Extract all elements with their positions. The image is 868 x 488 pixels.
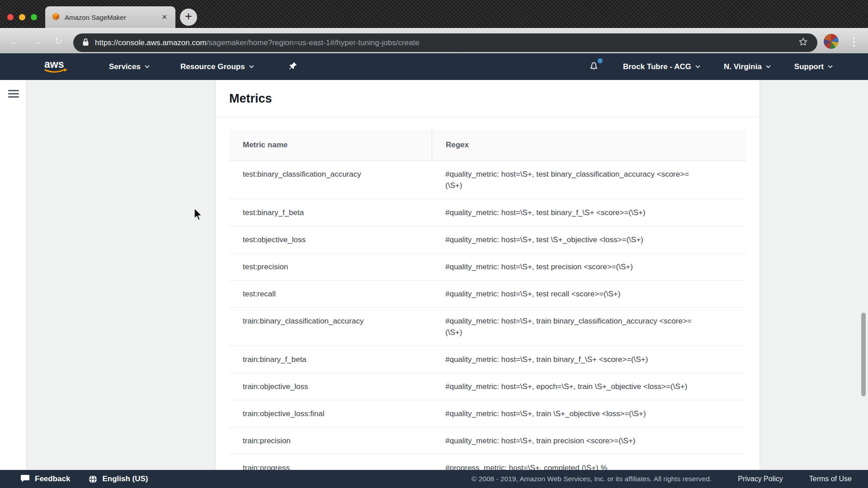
regex-cell: #quality_metric: host=\S+, test recall <…: [432, 281, 746, 307]
account-menu[interactable]: Brock Tubre - ACG: [623, 62, 700, 71]
chevron-down-icon: [249, 65, 254, 68]
metric-name-cell: test:binary_classification_accuracy: [229, 161, 432, 199]
column-header-regex: Regex: [432, 129, 746, 160]
account-label: Brock Tubre - ACG: [623, 62, 691, 71]
regex-cell: #quality_metric: host=\S+, train binary_…: [432, 346, 746, 373]
collapsed-sidebar: [0, 80, 27, 470]
pin-icon[interactable]: [288, 61, 297, 72]
regex-cell: #quality_metric: host=\S+, train \S+_obj…: [432, 400, 746, 427]
chevron-down-icon: [145, 65, 150, 68]
terms-of-use-link[interactable]: Terms of Use: [809, 475, 852, 483]
region-label: N. Virginia: [724, 62, 762, 71]
copyright-text: © 2008 - 2019, Amazon Web Services, Inc.…: [472, 475, 712, 483]
notifications-bell-icon[interactable]: [588, 60, 599, 74]
footer-right-group: © 2008 - 2019, Amazon Web Services, Inc.…: [472, 475, 852, 483]
resource-groups-menu[interactable]: Resource Groups: [180, 62, 254, 71]
console-footer: Feedback English (US) © 2008 - 2019, Ama…: [0, 470, 868, 488]
browser-tab[interactable]: Amazon SageMaker ✕: [45, 6, 175, 28]
table-row: test:binary_f_beta #quality_metric: host…: [229, 199, 746, 226]
aws-logo[interactable]: aws: [44, 58, 70, 76]
browser-toolbar: ← → ↻ https://console.aws.amazon.com/sag…: [0, 28, 868, 53]
metric-name-cell: train:objective_loss:final: [229, 400, 432, 427]
table-row: train:binary_classification_accuracy #qu…: [229, 308, 746, 346]
macos-window-controls: [7, 14, 37, 20]
table-row: train:binary_f_beta #quality_metric: hos…: [229, 346, 746, 373]
metric-name-cell: test:objective_loss: [229, 226, 432, 253]
bookmark-star-icon[interactable]: [798, 37, 808, 49]
url-text: https://console.aws.amazon.com/sagemaker…: [95, 38, 420, 47]
url-host: https://console.aws.amazon.com: [95, 38, 207, 47]
browser-tab-bar: Amazon SageMaker ✕ +: [0, 0, 868, 28]
privacy-policy-link[interactable]: Privacy Policy: [738, 475, 783, 483]
feedback-button[interactable]: Feedback: [20, 474, 70, 483]
chevron-down-icon: [828, 65, 833, 68]
page-content: Metrics Metric name Regex test:binary_cl…: [0, 80, 868, 470]
regex-cell: #quality_metric: host=\S+, test precisio…: [432, 253, 746, 280]
regex-cell: #quality_metric: host=\S+, epoch=\S+, tr…: [432, 373, 746, 400]
forward-icon[interactable]: →: [32, 35, 42, 47]
table-row: test:recall #quality_metric: host=\S+, t…: [229, 281, 746, 308]
column-header-metric-name: Metric name: [229, 129, 432, 160]
metric-name-cell: test:binary_f_beta: [229, 199, 432, 226]
tab-close-icon[interactable]: ✕: [160, 12, 169, 22]
metrics-table: Metric name Regex test:binary_classifica…: [229, 129, 746, 470]
services-menu[interactable]: Services: [109, 62, 150, 71]
new-tab-button[interactable]: +: [180, 9, 197, 26]
table-row: train:objective_loss #quality_metric: ho…: [229, 373, 746, 400]
table-row: train:objective_loss:final #quality_metr…: [229, 400, 746, 427]
language-selector[interactable]: English (US): [88, 474, 148, 484]
table-row: train:precision #quality_metric: host=\S…: [229, 427, 746, 455]
regex-cell: #quality_metric: host=\S+, train binary_…: [432, 308, 746, 346]
metric-name-cell: train:precision: [229, 427, 432, 454]
table-row: test:binary_classification_accuracy #qua…: [229, 161, 746, 199]
browser-profile-avatar[interactable]: [824, 34, 839, 49]
reload-icon[interactable]: ↻: [54, 35, 62, 47]
metrics-card-header: Metrics: [216, 80, 760, 117]
sagemaker-favicon-icon: [52, 12, 60, 23]
metrics-card: Metrics Metric name Regex test:binary_cl…: [216, 80, 760, 470]
page-title: Metrics: [229, 92, 746, 105]
regex-cell: #progress_metric: host=\S+, completed (\…: [432, 455, 746, 470]
lock-icon: [82, 38, 89, 48]
regex-cell: #quality_metric: host=\S+, test binary_c…: [432, 161, 746, 199]
aws-console-navbar: aws Services Resource Groups: [0, 53, 868, 80]
regex-cell: #quality_metric: host=\S+, test binary_f…: [432, 199, 746, 226]
speech-bubble-icon: [20, 474, 30, 483]
support-menu[interactable]: Support: [794, 62, 833, 71]
regex-cell: #quality_metric: host=\S+, test \S+_obje…: [432, 226, 746, 253]
support-label: Support: [794, 62, 824, 71]
metric-name-cell: train:objective_loss: [229, 373, 432, 400]
address-bar[interactable]: https://console.aws.amazon.com/sagemaker…: [73, 33, 817, 52]
globe-icon: [88, 474, 98, 484]
regex-cell: #quality_metric: host=\S+, train precisi…: [432, 427, 746, 454]
mouse-cursor: [193, 208, 203, 221]
browser-window: Amazon SageMaker ✕ + ← → ↻ https://conso…: [0, 0, 868, 488]
region-menu[interactable]: N. Virginia: [724, 62, 771, 71]
close-window-button[interactable]: [7, 14, 14, 20]
tab-title: Amazon SageMaker: [65, 14, 160, 21]
metric-name-cell: test:recall: [229, 281, 432, 307]
table-row: test:objective_loss #quality_metric: hos…: [229, 226, 746, 253]
browser-menu-icon[interactable]: [853, 38, 855, 47]
metric-name-cell: train:progress: [229, 455, 432, 470]
table-row: train:progress #progress_metric: host=\S…: [229, 455, 746, 470]
svg-text:aws: aws: [44, 58, 64, 70]
navbar-right-group: Brock Tubre - ACG N. Virginia Support: [588, 60, 833, 74]
table-header-row: Metric name Regex: [229, 129, 746, 161]
url-path: /sagemaker/home?region=us-east-1#/hyper-…: [207, 38, 420, 47]
services-label: Services: [109, 62, 141, 71]
table-body: test:binary_classification_accuracy #qua…: [229, 161, 746, 470]
zoom-window-button[interactable]: [31, 14, 37, 20]
metric-name-cell: test:precision: [229, 253, 432, 280]
minimize-window-button[interactable]: [19, 14, 25, 20]
language-label: English (US): [102, 474, 148, 483]
chevron-down-icon: [695, 65, 700, 68]
metric-name-cell: train:binary_classification_accuracy: [229, 308, 432, 346]
table-row: test:precision #quality_metric: host=\S+…: [229, 253, 746, 281]
back-icon[interactable]: ←: [9, 35, 19, 47]
hamburger-menu-icon[interactable]: [8, 90, 19, 98]
metric-name-cell: train:binary_f_beta: [229, 346, 432, 373]
notification-dot: [598, 58, 603, 63]
vertical-scrollbar[interactable]: [861, 313, 866, 396]
chevron-down-icon: [766, 65, 771, 68]
